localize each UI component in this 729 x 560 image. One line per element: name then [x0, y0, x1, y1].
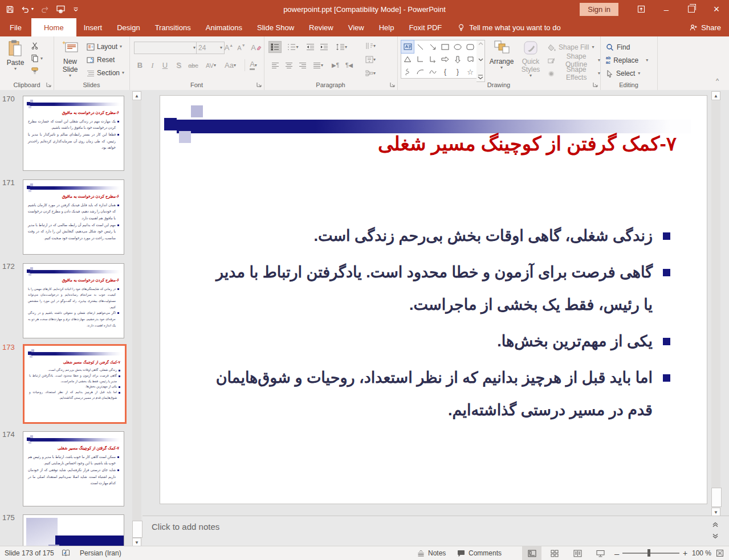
tab-home[interactable]: Home	[31, 18, 76, 36]
shape-fill-button[interactable]: Shape Fill▾	[548, 42, 594, 53]
zoom-in-button[interactable]: +	[683, 546, 687, 560]
canvas-scrollbar-track[interactable]	[711, 101, 720, 508]
font-size-combobox[interactable]: 24▾	[196, 42, 225, 54]
font-color-button[interactable]: A▾	[245, 59, 262, 71]
canvas-scroll-up-button[interactable]: ▲	[711, 91, 720, 100]
shape-outline-button[interactable]: Shape Outline▾	[548, 55, 600, 66]
thumbnails-scroll-up-button[interactable]: ▲	[132, 91, 141, 100]
paste-dropdown[interactable]: ▾	[14, 67, 17, 71]
cut-button[interactable]	[31, 42, 39, 50]
shape-right-arrow[interactable]	[439, 53, 451, 66]
slide-title[interactable]: ۷-کمک گرفتن از کوچینگ مسیر شغلی	[378, 132, 677, 155]
restore-button[interactable]	[679, 0, 704, 18]
thumbnail-slide-172[interactable]: ۶-مطرح کردن درخواست به مافوق در زمانی که…	[23, 263, 124, 338]
shapes-scroll-down-button[interactable]	[478, 58, 483, 62]
collapse-ribbon-button[interactable]: ^	[716, 77, 719, 84]
new-slide-dropdown[interactable]: ▾	[69, 73, 71, 78]
shape-right-brace[interactable]: }	[451, 66, 464, 78]
grow-font-button[interactable]: A▲	[223, 42, 235, 54]
shape-left-brace[interactable]: {	[439, 66, 451, 78]
view-reading-button[interactable]	[568, 546, 587, 560]
align-right-button[interactable]	[296, 59, 309, 71]
change-case-button[interactable]: Aa▾	[222, 59, 239, 71]
tab-design[interactable]: Design	[109, 18, 147, 36]
line-spacing-button[interactable]: ▾	[332, 41, 351, 53]
tab-help[interactable]: Help	[372, 18, 402, 36]
shape-flowchart[interactable]	[464, 53, 477, 66]
tab-slide-show[interactable]: Slide Show	[250, 18, 302, 36]
current-slide[interactable]: ۷-کمک گرفتن از کوچینگ مسیر شغلی زندگی شغ…	[160, 96, 707, 504]
redo-button[interactable]	[40, 5, 49, 14]
zoom-out-button[interactable]: –	[614, 546, 619, 560]
reset-button[interactable]: Reset	[87, 54, 115, 66]
comments-toggle-button[interactable]: Comments	[457, 546, 502, 560]
tab-view[interactable]: View	[341, 18, 372, 36]
replace-button[interactable]: abac Replace ▾	[606, 55, 648, 66]
minimize-button[interactable]: –	[654, 0, 679, 18]
notes-toggle-button[interactable]: Notes	[417, 546, 446, 560]
shape-arrow[interactable]	[426, 40, 439, 53]
thumbnails-scroll-down-button[interactable]: ▼	[132, 538, 141, 546]
copy-button[interactable]: ▾	[31, 54, 43, 63]
align-text-button[interactable]: ▾	[360, 54, 381, 66]
select-button[interactable]: Select▾	[606, 68, 640, 79]
view-slide-sorter-button[interactable]	[545, 546, 564, 560]
shapes-scroll-up-button[interactable]	[478, 42, 483, 46]
thumbnail-slide-171[interactable]: ۶-مطرح کردن درخواست به مافوق همان اندازه…	[23, 179, 124, 255]
numbering-button[interactable]: ▾	[284, 41, 302, 53]
shape-arc[interactable]	[414, 66, 426, 78]
convert-to-smartart-button[interactable]: ▾	[360, 67, 381, 79]
bullets-button[interactable]	[268, 41, 282, 53]
decrease-indent-button[interactable]	[304, 41, 317, 53]
tab-review[interactable]: Review	[302, 18, 341, 36]
thumbnails-scrollbar-track[interactable]	[132, 101, 141, 535]
notes-placeholder[interactable]: Click to add notes	[152, 522, 219, 532]
tab-animations[interactable]: Animations	[198, 18, 250, 36]
zoom-slider-thumb[interactable]	[647, 549, 650, 557]
thumbnail-slide-170[interactable]: ۶-مطرح کردن درخواست به مافوق یک مهارت مه…	[23, 96, 124, 171]
fit-slide-to-window-button[interactable]	[716, 546, 724, 560]
arrange-button[interactable]: Arrange ▾	[488, 39, 515, 70]
shape-text-box[interactable]	[401, 40, 414, 53]
tell-me-box[interactable]: Tell me what you want to do	[449, 18, 568, 36]
shape-elbow-arrow-connector[interactable]	[426, 53, 439, 66]
spell-check-button[interactable]	[62, 546, 70, 560]
close-button[interactable]: ×	[704, 0, 729, 18]
clipboard-dialog-launcher[interactable]	[46, 81, 52, 88]
increase-indent-button[interactable]	[317, 41, 331, 53]
zoom-slider-track[interactable]	[622, 553, 679, 554]
customize-qat-button[interactable]	[72, 6, 79, 13]
shape-effects-button[interactable]: Shape Effects▾	[548, 68, 600, 79]
shape-elbow-connector[interactable]	[414, 53, 426, 66]
section-button[interactable]: Section▾	[87, 67, 124, 79]
italic-button[interactable]: I	[146, 59, 158, 71]
paragraph-dialog-launcher[interactable]	[389, 81, 396, 88]
shape-triangle[interactable]	[401, 53, 414, 66]
tab-file[interactable]: File	[0, 18, 31, 36]
undo-dropdown[interactable]: ▾	[31, 7, 34, 11]
tab-foxit-pdf[interactable]: Foxit PDF	[401, 18, 449, 36]
language-status[interactable]: Persian (Iran)	[80, 546, 121, 560]
previous-slide-button[interactable]	[712, 522, 719, 529]
shape-star[interactable]: ☆	[464, 66, 477, 78]
font-dialog-launcher[interactable]	[256, 81, 262, 88]
new-slide-button[interactable]: New Slide ▾	[57, 39, 83, 78]
layout-button[interactable]: Layout▾	[87, 41, 122, 52]
tab-insert[interactable]: Insert	[76, 18, 110, 36]
slide-body-text[interactable]: زندگی شغلی، گاهی اوقات بخش بی‌رحم زندگی …	[206, 220, 670, 431]
right-to-left-button[interactable]: ¶◀	[343, 59, 356, 71]
next-slide-button[interactable]	[712, 532, 719, 539]
thumbnail-slide-175[interactable]	[23, 514, 124, 546]
start-from-beginning-button[interactable]	[56, 5, 66, 14]
clear-formatting-button[interactable]: A	[250, 42, 262, 54]
shape-down-arrow[interactable]	[451, 53, 464, 66]
shape-line[interactable]	[414, 40, 426, 53]
thumbnails-scrollbar-thumb[interactable]	[132, 521, 142, 538]
find-button[interactable]: Find	[606, 42, 630, 53]
shape-curve[interactable]	[426, 66, 439, 78]
text-direction-button[interactable]: ▾	[360, 40, 381, 52]
notes-pane[interactable]: Click to add notes	[142, 516, 729, 546]
align-center-button[interactable]	[282, 59, 295, 71]
zoom-level-button[interactable]: 100 %	[692, 546, 711, 560]
character-spacing-button[interactable]: AV▾	[202, 59, 219, 71]
